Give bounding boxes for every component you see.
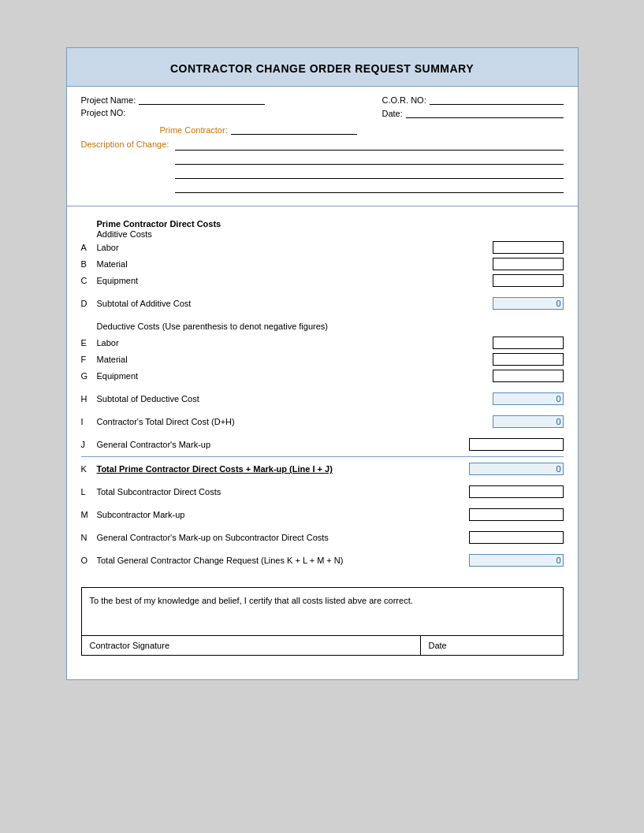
project-row-1: Project Name: Project NO: C.O.R. NO: Dat… xyxy=(81,95,564,121)
row-c: C Equipment xyxy=(81,273,564,288)
row-e-label: Labor xyxy=(97,338,493,348)
certification-box: To the best of my knowledge and belief, … xyxy=(81,587,564,656)
row-c-input[interactable] xyxy=(493,274,564,287)
additive-cost-header: Additive Costs xyxy=(81,229,564,239)
row-d-input[interactable] xyxy=(493,297,564,310)
row-i-input[interactable] xyxy=(493,415,564,428)
row-k: K Total Prime Contractor Direct Costs + … xyxy=(81,462,564,476)
form-header: CONTRACTOR CHANGE ORDER REQUEST SUMMARY xyxy=(67,48,578,87)
main-form: CONTRACTOR CHANGE ORDER REQUEST SUMMARY … xyxy=(66,47,579,680)
certification-text: To the best of my knowledge and belief, … xyxy=(82,588,563,635)
row-j-label: General Contractor's Mark-up xyxy=(97,440,469,449)
row-f-input[interactable] xyxy=(493,353,564,366)
cor-date-group: C.O.R. NO: Date: xyxy=(367,95,564,121)
row-i-letter: I xyxy=(81,417,97,426)
desc-line-1 xyxy=(175,139,563,151)
row-n-label: General Contractor's Mark-up on Subcontr… xyxy=(97,533,469,542)
divider-k xyxy=(81,456,564,457)
row-b: B Material xyxy=(81,257,564,271)
row-h-label: Subtotal of Deductive Cost xyxy=(97,394,493,403)
row-g-letter: G xyxy=(81,371,97,381)
date-input[interactable] xyxy=(406,108,564,118)
cor-no-label: C.O.R. NO: xyxy=(382,95,426,105)
prime-contractor-label: Prime Contractor: xyxy=(160,125,228,135)
row-o-input[interactable] xyxy=(469,554,564,567)
prime-cost-header: Prime Contractor Direct Costs xyxy=(81,219,564,229)
row-j: J General Contractor's Mark-up xyxy=(81,437,564,452)
bottom-padding xyxy=(67,664,578,679)
row-m: M Subcontractor Mark-up xyxy=(81,508,564,522)
row-l-label: Total Subcontractor Direct Costs xyxy=(97,487,469,496)
row-m-input[interactable] xyxy=(469,508,564,521)
row-h: H Subtotal of Deductive Cost xyxy=(81,392,564,406)
row-o: O Total General Contractor Change Reques… xyxy=(81,553,564,567)
row-c-label: Equipment xyxy=(97,276,493,285)
row-b-label: Material xyxy=(97,259,493,269)
row-n: N General Contractor's Mark-up on Subcon… xyxy=(81,530,564,545)
row-f: F Material xyxy=(81,352,564,366)
desc-line-4 xyxy=(175,182,563,193)
row-e: E Labor xyxy=(81,336,564,350)
description-label: Description of Change: xyxy=(81,139,169,149)
row-h-letter: H xyxy=(81,394,97,403)
row-m-label: Subcontractor Mark-up xyxy=(97,510,469,519)
row-h-input[interactable] xyxy=(493,392,564,405)
project-name-group: Project Name: Project NO: xyxy=(81,95,367,121)
row-a-label: Labor xyxy=(97,243,493,252)
signature-row: Contractor Signature Date xyxy=(82,635,563,655)
cor-no-input[interactable] xyxy=(430,95,564,105)
row-m-letter: M xyxy=(81,510,97,519)
row-k-label: Total Prime Contractor Direct Costs + Ma… xyxy=(97,464,469,474)
row-i-label: Contractor's Total Direct Cost (D+H) xyxy=(97,417,493,426)
date-label: Date: xyxy=(382,109,403,118)
row-b-input[interactable] xyxy=(493,258,564,270)
project-name-label: Project Name: xyxy=(81,95,136,105)
desc-line-2 xyxy=(175,154,563,165)
row-b-letter: B xyxy=(81,259,97,269)
description-row: Description of Change: xyxy=(81,139,564,193)
row-d-letter: D xyxy=(81,299,97,308)
row-d-label: Subtotal of Additive Cost xyxy=(97,299,493,308)
row-l: L Total Subcontractor Direct Costs xyxy=(81,485,564,499)
project-name-input[interactable] xyxy=(139,95,265,105)
prime-contractor-row: Prime Contractor: xyxy=(81,125,564,135)
cert-date-label: Date xyxy=(421,636,563,655)
row-a-letter: A xyxy=(81,243,97,252)
row-n-letter: N xyxy=(81,533,97,542)
row-c-letter: C xyxy=(81,276,97,285)
row-a: A Labor xyxy=(81,240,564,255)
row-k-input[interactable] xyxy=(469,463,564,475)
row-k-letter: K xyxy=(81,464,97,474)
row-e-letter: E xyxy=(81,338,97,348)
row-o-label: Total General Contractor Change Request … xyxy=(97,556,469,565)
row-f-label: Material xyxy=(97,355,493,364)
row-o-letter: O xyxy=(81,556,97,565)
project-no-label: Project NO: xyxy=(81,108,126,117)
row-a-input[interactable] xyxy=(493,241,564,254)
cost-section: Prime Contractor Direct Costs Additive C… xyxy=(67,206,578,576)
desc-line-3 xyxy=(175,168,563,179)
deductive-header: Deductive Costs (Use parenthesis to deno… xyxy=(97,322,564,331)
row-i: I Contractor's Total Direct Cost (D+H) xyxy=(81,415,564,429)
contractor-signature-label: Contractor Signature xyxy=(82,636,421,655)
row-n-input[interactable] xyxy=(469,531,564,544)
row-d: D Subtotal of Additive Cost xyxy=(81,296,564,311)
form-title: CONTRACTOR CHANGE ORDER REQUEST SUMMARY xyxy=(170,62,474,75)
row-j-input[interactable] xyxy=(469,438,564,451)
row-l-input[interactable] xyxy=(469,485,564,498)
row-l-letter: L xyxy=(81,487,97,496)
row-j-letter: J xyxy=(81,440,97,449)
row-g: G Equipment xyxy=(81,369,564,383)
description-inputs xyxy=(175,139,563,193)
prime-contractor-input[interactable] xyxy=(231,125,357,135)
row-f-letter: F xyxy=(81,355,97,364)
row-g-label: Equipment xyxy=(97,371,493,381)
row-g-input[interactable] xyxy=(493,370,564,382)
deductive-header-row: Deductive Costs (Use parenthesis to deno… xyxy=(81,319,564,333)
row-e-input[interactable] xyxy=(493,337,564,349)
project-info-section: Project Name: Project NO: C.O.R. NO: Dat… xyxy=(67,87,578,206)
